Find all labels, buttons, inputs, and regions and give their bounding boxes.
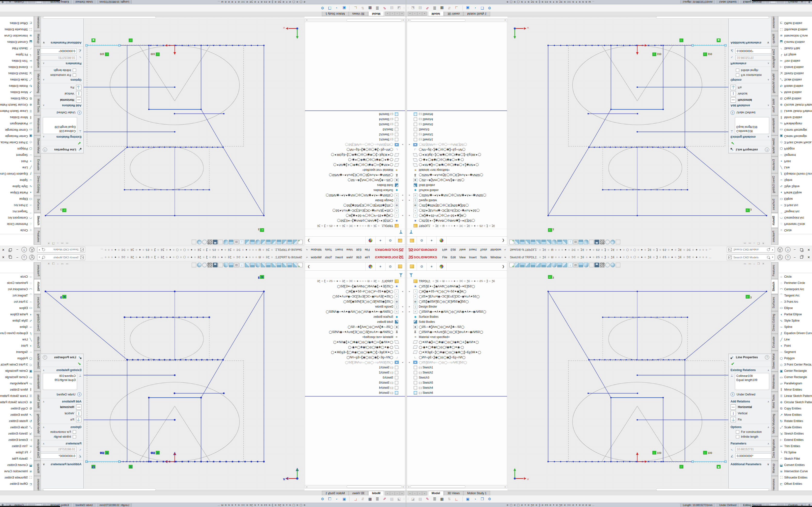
tool-move-entities[interactable]: ↗Move Entities [778,412,812,418]
tool-rotate-entities[interactable]: ↻Rotate Entities [0,418,34,424]
brush-icon[interactable]: ✎ [382,496,388,502]
user-account-icon[interactable] [29,255,35,260]
doc-tab-motion-study-1[interactable]: Motion Study 1 [322,12,349,16]
expand-icon[interactable]: ▸ [402,290,403,293]
cube-toolbar-icon[interactable] [293,240,297,244]
tree-item[interactable]: (-)Sketch4 [407,117,507,122]
zebra-toolbar-icon[interactable] [208,263,212,267]
command-tab-sheet-metal[interactable]: Sheet Metal [771,351,778,372]
tool-perimeter-circle[interactable]: ◌Perimeter Circle [0,221,34,227]
tab-propertymanager[interactable]: ⚙ [385,263,395,270]
relations-listbox[interactable]: Collinear108 Equal length109 [43,373,77,390]
tool-circular-sketch-pattern[interactable]: ✲Circular Sketch Pattern [778,399,812,405]
sketch-line-diag-right[interactable] [685,291,767,360]
tool-spline[interactable]: ∼Spline [778,177,812,183]
scroll-left-icon[interactable]: ◂ [402,486,405,488]
command-tab-weldments[interactable]: Weldments [34,372,41,392]
menu-tools[interactable]: Tools [478,255,489,260]
search-icon[interactable] [42,256,45,259]
tree-item[interactable]: ≡Material <not specified> [407,168,507,173]
tool-circular-sketch-pattern[interactable]: ✲Circular Sketch Pattern [0,102,34,108]
search-dropdown-icon[interactable]: ▼ [772,256,773,258]
relation-item[interactable]: Collinear108 [737,374,768,378]
restore-button[interactable] [800,248,803,251]
selection-handle[interactable] [86,44,88,46]
cube2-toolbar-icon[interactable] [277,263,281,267]
tool-rotate-entities[interactable]: ↻Rotate Entities [0,83,34,89]
add-relation-horizontal[interactable]: —Horizontal [729,404,771,410]
search-dropdown-icon[interactable]: ▼ [39,256,40,258]
expand-icon[interactable]: ∨ [43,41,45,44]
collapse-icon[interactable]: ∧ [767,104,769,107]
tool-copy-entities[interactable]: ⧉Copy Entities [778,405,812,412]
tool-equation-driven-curve[interactable]: ƒEquation Driven Curve [778,330,812,336]
doc-tab-model[interactable]: Model [368,12,384,16]
tree-item[interactable]: ⌖◯Ƨ5✦ƷΕΛ∪Ч◉∘ƆCƷΕ∪ΕƷƆC∘◉Ч∪Λ✦5Ƨ◯ [305,294,405,299]
cube-toolbar-icon[interactable] [525,240,530,244]
command-tab-weldments[interactable]: Weldments [771,372,778,392]
selection-handle[interactable] [118,461,120,463]
option-for-construction[interactable]: For construction [729,73,771,77]
zebra-toolbar-icon[interactable] [600,263,604,267]
search-box[interactable]: ▼ [37,255,85,260]
relation-badge-plane[interactable]: ▱ 3 [746,295,752,299]
command-tab-features[interactable]: Features [34,262,41,279]
sketch-dashed-rect-upper[interactable] [124,146,209,190]
tab-configurationmanager[interactable]: ⌖ [427,263,437,270]
command-tab-markup[interactable]: Markup [34,31,41,46]
panel-help-icon[interactable]: ? [43,355,47,359]
cube2-toolbar-icon[interactable] [541,240,546,244]
angle-parameter-field[interactable] [36,453,77,459]
ok-button[interactable]: ✔ [731,141,734,146]
cone-toolbar-icon[interactable] [255,240,260,244]
option-infinite-length[interactable]: Infinite length [41,434,83,439]
scrollbar-thumb[interactable] [410,486,465,488]
command-tab-direct-editing[interactable]: Direct Editing [771,311,778,334]
ring-toolbar-icon[interactable] [202,240,207,244]
collapse-icon[interactable]: ∧ [43,104,45,107]
parameters-header[interactable]: Parameters [730,442,767,445]
tool-linear-sketch-pattern[interactable]: ⠿Linear Sketch Pattern [778,108,812,114]
tool-tangent-arc[interactable]: ⌒Tangent Arc [778,292,812,299]
rollback-bar[interactable] [305,110,405,111]
tab-featuremanager[interactable] [395,237,405,244]
tool-circle[interactable]: ○Circle [0,227,34,233]
relation-badge-plane[interactable]: ▱ 3 [548,228,554,232]
page-icon[interactable]: ▭ [61,242,63,245]
relation-item[interactable]: Equal length109 [44,125,75,129]
command-tab-data-migration[interactable]: Data Migration [771,437,778,461]
sketch-ellipse-large[interactable] [110,46,240,125]
tree-item[interactable]: ◉◯Ƨ5∙∩❋ѮΑm◯◎◯mΑѮ❋∩∙5Ƨ◯ [305,324,405,329]
dottable-icon[interactable]: ▦ [439,5,445,11]
minimize-button[interactable]: – [794,248,796,251]
tool-move-entities[interactable]: ↗Move Entities [778,89,812,95]
relation-item[interactable]: Equal length109 [44,378,75,382]
tree-item[interactable]: Solid Bodies [305,183,405,188]
tree-item[interactable]: ▤◯Ƨ5Ѯ◉Ƨ5ИƷΕ◯◎◯ΕƷИ5Ƨ◉Ѯ5Ƨ◯ [407,299,507,304]
tree-item[interactable]: Σ◯Ƨ5ИΛ◉∘✦Α∪ϖƷΕ◯◎◯ΕƷϖ∪Α✦∘◉ΛИ5Ƨ◯ [407,329,507,334]
tab-navigation-buttons[interactable]: «‹›» [408,12,427,16]
tool-3-point-arc[interactable]: ⌢3 Point Arc [0,299,34,305]
tree-item[interactable]: Sketch3 [407,375,507,380]
tree-item[interactable]: (-)Sketch6 [407,390,507,395]
panel-help-icon[interactable]: ? [765,148,769,152]
gray-toolbar-icon[interactable] [616,240,620,244]
tool-silhouette-entities[interactable]: ⛶Silhouette Entities [0,26,34,33]
tool-stretch-entities[interactable]: ⇲Stretch Entities [778,431,812,437]
doc-toolbar-icon[interactable] [298,263,303,267]
command-tab-sheet-metal[interactable]: Sheet Metal [34,135,41,156]
pin-icon[interactable]: ➢ [305,247,309,252]
rollback-bar[interactable] [305,396,405,397]
gray-toolbar-icon[interactable] [218,263,223,267]
arrow-toolbar-icon[interactable]: ↓ [568,263,572,267]
folder-icon[interactable]: ❒ [326,496,333,502]
tree-item[interactable]: ▸A◯Ƨ5ИΛ◉∘✦Α✦◉ΛΙΑ◯◎◯ΑΙΛ◉✦Α✦∘◉ΛИ5Ƨ◯ [305,193,405,198]
tool-center-rectangle[interactable]: ▣Center Rectangle [778,133,812,139]
menu-file[interactable]: File [363,255,371,260]
add-relations-header[interactable]: Add Relations [45,400,82,403]
search-dropdown-icon[interactable]: ▼ [39,249,40,251]
zebra-toolbar-icon[interactable] [208,240,212,244]
document-window-controls[interactable]: ▭▭–❐✕ [744,242,764,245]
user-account-icon[interactable] [29,247,35,252]
cube2-toolbar-icon[interactable] [250,263,255,267]
